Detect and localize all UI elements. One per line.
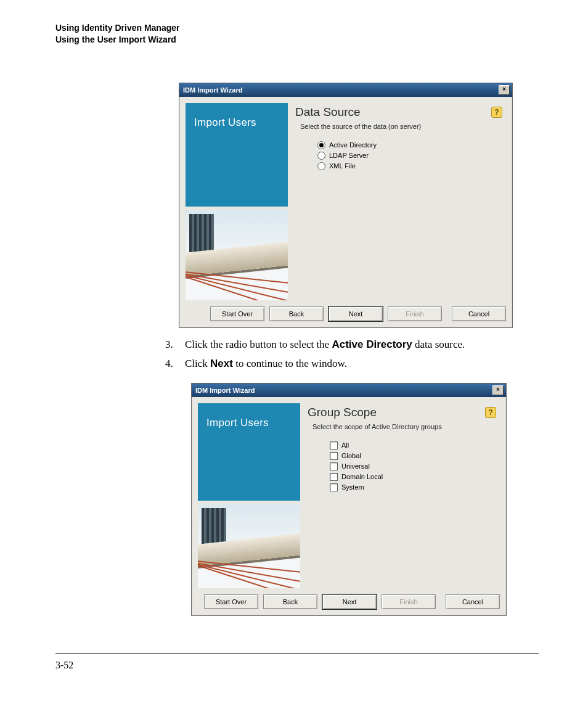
cancel-button[interactable]: Cancel bbox=[446, 594, 500, 609]
panel-heading: Group Scope bbox=[308, 406, 377, 419]
checkbox-group-scope: All Global Universal Domain Local bbox=[330, 441, 496, 491]
checkbox-option-global[interactable]: Global bbox=[330, 452, 496, 460]
checkbox-icon bbox=[330, 473, 338, 481]
sidebar-title-tile: Import Users bbox=[186, 103, 288, 207]
radio-icon bbox=[317, 162, 325, 170]
wizard-sidebar: Import Users bbox=[186, 103, 288, 300]
checkbox-icon bbox=[330, 483, 338, 491]
checkbox-icon bbox=[330, 452, 338, 460]
close-icon[interactable]: × bbox=[492, 385, 504, 395]
window-title: IDM Import Wizard bbox=[195, 387, 255, 394]
wizard-window-1: IDM Import Wizard × Import Users Data So… bbox=[179, 83, 513, 328]
window-title: IDM Import Wizard bbox=[183, 86, 242, 94]
sidebar-image-tile bbox=[186, 210, 288, 300]
checkbox-label: System bbox=[341, 483, 364, 491]
panel-heading: Data Source bbox=[295, 105, 361, 119]
wizard-window-2: IDM Import Wizard × Import Users Group S… bbox=[191, 383, 507, 616]
checkbox-icon bbox=[330, 462, 338, 470]
footer-rule bbox=[55, 653, 539, 654]
checkbox-option-domain-local[interactable]: Domain Local bbox=[330, 473, 496, 481]
titlebar: IDM Import Wizard × bbox=[192, 384, 506, 397]
start-over-button[interactable]: Start Over bbox=[204, 594, 258, 609]
help-icon[interactable]: ? bbox=[485, 407, 496, 418]
step-4: 4. Click Next to continue to the window. bbox=[165, 356, 539, 372]
radio-icon bbox=[317, 141, 325, 149]
running-header: Using Identity Driven Manager Using the … bbox=[55, 22, 539, 46]
back-button[interactable]: Back bbox=[263, 594, 317, 609]
radio-icon bbox=[317, 152, 325, 160]
figure-wizard-group-scope: IDM Import Wizard × Import Users Group S… bbox=[191, 383, 539, 616]
radio-option-active-directory[interactable]: Active Directory bbox=[317, 141, 502, 149]
finish-button: Finish bbox=[388, 306, 442, 321]
checkbox-option-system[interactable]: System bbox=[330, 483, 496, 491]
next-button[interactable]: Next bbox=[322, 594, 377, 609]
checkbox-label: Domain Local bbox=[341, 473, 383, 480]
sidebar-image-tile bbox=[198, 504, 300, 588]
sidebar-title: Import Users bbox=[194, 117, 256, 129]
panel-subheading: Select the source of the data (on server… bbox=[300, 123, 502, 130]
checkbox-label: Global bbox=[341, 452, 361, 459]
wizard-sidebar: Import Users bbox=[198, 403, 300, 588]
wizard-button-row: Start Over Back Next Finish Cancel bbox=[192, 591, 506, 615]
help-icon[interactable]: ? bbox=[491, 107, 502, 118]
radio-group-data-source: Active Directory LDAP Server XML File bbox=[317, 141, 502, 170]
cancel-button[interactable]: Cancel bbox=[452, 306, 506, 321]
sidebar-title-tile: Import Users bbox=[198, 403, 300, 501]
running-header-line2: Using the User Import Wizard bbox=[55, 34, 539, 46]
finish-button: Finish bbox=[382, 594, 436, 609]
radio-option-xml-file[interactable]: XML File bbox=[317, 162, 502, 170]
checkbox-icon bbox=[330, 441, 338, 449]
radio-label: XML File bbox=[329, 162, 356, 170]
checkbox-option-universal[interactable]: Universal bbox=[330, 462, 496, 470]
checkbox-label: Universal bbox=[341, 462, 370, 470]
wizard-button-row: Start Over Back Next Finish Cancel bbox=[179, 303, 512, 327]
titlebar: IDM Import Wizard × bbox=[179, 83, 512, 97]
figure-wizard-data-source: IDM Import Wizard × Import Users Data So… bbox=[179, 83, 539, 328]
running-header-line1: Using Identity Driven Manager bbox=[55, 22, 539, 34]
close-icon[interactable]: × bbox=[499, 85, 510, 95]
panel-subheading: Select the scope of Active Directory gro… bbox=[312, 423, 496, 430]
checkbox-label: All bbox=[341, 441, 349, 449]
radio-option-ldap-server[interactable]: LDAP Server bbox=[317, 152, 502, 160]
instruction-steps: 3. Click the radio button to select the … bbox=[165, 337, 539, 372]
next-button[interactable]: Next bbox=[329, 306, 383, 321]
checkbox-option-all[interactable]: All bbox=[330, 441, 496, 449]
page-number: 3-52 bbox=[55, 660, 539, 671]
radio-label: LDAP Server bbox=[329, 152, 369, 159]
step-3: 3. Click the radio button to select the … bbox=[165, 337, 539, 353]
sidebar-title: Import Users bbox=[206, 417, 269, 429]
start-over-button[interactable]: Start Over bbox=[210, 306, 264, 321]
radio-label: Active Directory bbox=[329, 141, 377, 149]
back-button[interactable]: Back bbox=[269, 306, 324, 321]
